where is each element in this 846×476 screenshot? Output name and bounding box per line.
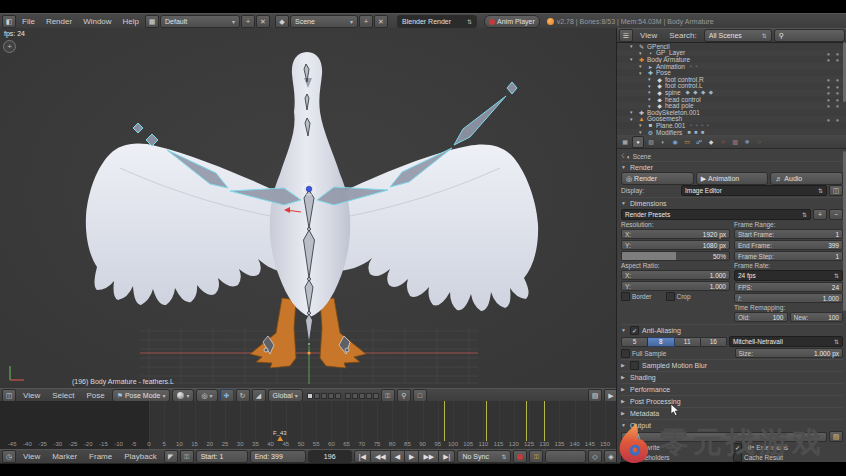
- viewport-menu-select[interactable]: Select: [47, 391, 79, 400]
- expand-icon[interactable]: ▾: [639, 63, 645, 69]
- editor-type-properties-icon[interactable]: ▦: [620, 137, 630, 147]
- aa-samples-16[interactable]: 16: [701, 337, 727, 347]
- tab-object[interactable]: ▭: [682, 137, 692, 147]
- delete-scene-button[interactable]: ✕: [374, 15, 388, 28]
- sync-mode-selector[interactable]: No Sync⇅: [457, 450, 511, 463]
- expand-icon[interactable]: ▾: [630, 116, 636, 122]
- end-frame-field[interactable]: End:399: [250, 450, 306, 463]
- editor-type-outliner-icon[interactable]: ☰: [619, 29, 633, 42]
- screen-layout-browse-icon[interactable]: ▦: [145, 15, 159, 28]
- prev-keyframe-button[interactable]: ◀◀: [371, 450, 391, 463]
- aa-samples-8[interactable]: 8: [648, 337, 674, 347]
- menu-help[interactable]: Help: [118, 17, 144, 26]
- end-frame-prop-field[interactable]: End Frame:399: [734, 240, 843, 250]
- remap-new-field[interactable]: New:100: [790, 312, 844, 322]
- tab-texture[interactable]: ▥: [730, 137, 740, 147]
- tab-data[interactable]: ◆: [706, 137, 716, 147]
- timeline-menu-marker[interactable]: Marker: [47, 452, 82, 461]
- anim-player-button[interactable]: Anim Player: [484, 15, 540, 28]
- jump-to-end-button[interactable]: ▶|: [439, 450, 455, 463]
- timeline-menu-playback[interactable]: Playback: [119, 452, 161, 461]
- border-checkbox[interactable]: [621, 292, 630, 301]
- collapsed-section-header[interactable]: ▶ Shading: [621, 371, 843, 382]
- timeline-menu-view[interactable]: View: [18, 452, 45, 461]
- expand-icon[interactable]: ▾: [639, 122, 645, 128]
- layer-toggles-2[interactable]: [345, 393, 379, 399]
- render-animation-button[interactable]: ▶Animation: [696, 172, 769, 185]
- resolution-percentage-slider[interactable]: 50%: [621, 251, 730, 261]
- expand-icon[interactable]: ▾: [648, 76, 654, 82]
- scene-browse-icon[interactable]: ◆: [275, 15, 289, 28]
- viewport-menu-view[interactable]: View: [18, 391, 45, 400]
- aa-size-field[interactable]: Size:1.000 px: [735, 348, 844, 358]
- outliner-row[interactable]: ▾ ✚ Pose: [617, 69, 846, 76]
- expand-icon[interactable]: ▾: [639, 70, 645, 76]
- add-preset-button[interactable]: +: [813, 209, 827, 220]
- outliner-row[interactable]: ▾ ◆ foot control.R ● ●: [617, 76, 846, 83]
- expand-icon[interactable]: ▾: [630, 109, 636, 115]
- aa-checkbox[interactable]: [630, 326, 639, 335]
- 3d-viewport[interactable]: fps: 24 + (196) Body Armature - feathers…: [0, 28, 616, 388]
- collapsed-section-header[interactable]: ▶ Metadata: [621, 407, 843, 418]
- crop-checkbox[interactable]: [666, 292, 675, 301]
- dimensions-section-header[interactable]: ▼Dimensions: [621, 197, 843, 208]
- render-section-header[interactable]: ▼Render: [621, 161, 843, 172]
- keying-set-field[interactable]: [545, 450, 586, 463]
- frame-step-field[interactable]: Frame Step:1: [734, 251, 843, 261]
- outliner-scope-selector[interactable]: All Scenes⇅: [704, 29, 772, 42]
- outliner-row[interactable]: ▾ ▲ Goosemesh ● ●: [617, 116, 846, 123]
- outliner-menu-search[interactable]: Search:: [664, 31, 702, 40]
- auto-keyframe-record-icon[interactable]: [513, 450, 527, 463]
- menu-window[interactable]: Window: [78, 17, 116, 26]
- aa-filter-selector[interactable]: Mitchell-Netravali⇅: [729, 336, 843, 347]
- tab-physics[interactable]: ◌: [754, 137, 764, 147]
- outliner-menu-view[interactable]: View: [635, 31, 662, 40]
- collapsed-section-header[interactable]: ▶ Sampled Motion Blur: [621, 359, 843, 370]
- collapsed-section-header[interactable]: ▶ Post Processing: [621, 395, 843, 406]
- anti-aliasing-section-header[interactable]: ▼ Anti-Aliasing: [621, 324, 843, 335]
- expand-icon[interactable]: ▾: [630, 56, 636, 62]
- outliner-row[interactable]: ▾ ✎ GPencil: [617, 43, 846, 50]
- editor-type-info-icon[interactable]: ◧: [2, 15, 16, 28]
- play-reverse-button[interactable]: ◀: [391, 450, 405, 463]
- tab-particles[interactable]: ✵: [742, 137, 752, 147]
- tab-constraints[interactable]: ☍: [694, 137, 704, 147]
- viewport-menu-pose[interactable]: Pose: [81, 391, 109, 400]
- layer-toggles[interactable]: [307, 393, 341, 399]
- outliner-row[interactable]: ▾ ◆ spine ◆ ◆ ◆ ◆ ● ●: [617, 89, 846, 96]
- full-sample-checkbox[interactable]: [621, 349, 630, 358]
- aspect-y-field[interactable]: Y:1.000: [621, 281, 730, 291]
- expand-icon[interactable]: ▾: [648, 89, 654, 95]
- next-keyframe-button[interactable]: ▶▶: [419, 450, 439, 463]
- timeline-canvas[interactable]: -45-40-35-30-25-20-15-10-505101520253035…: [0, 401, 616, 449]
- render-presets-selector[interactable]: Render Presets⇅: [621, 209, 811, 220]
- expand-icon[interactable]: ▾: [648, 103, 654, 109]
- outliner-row[interactable]: ▾ ◆ foot control.L ● ●: [617, 83, 846, 90]
- keying-set-icon[interactable]: ⚿: [529, 450, 543, 463]
- tab-render-layers[interactable]: ▧: [646, 137, 656, 147]
- expand-icon[interactable]: ▾: [648, 83, 654, 89]
- insert-keyframe-icon[interactable]: ◇: [588, 450, 602, 463]
- aspect-x-field[interactable]: X:1.000: [621, 270, 730, 280]
- render-engine-selector[interactable]: Blender Render⇅: [397, 15, 477, 28]
- timeline-marker[interactable]: F_43: [273, 430, 287, 441]
- render-button[interactable]: ◎Render: [621, 172, 694, 185]
- start-frame-field[interactable]: Start:1: [196, 450, 248, 463]
- scene-selector[interactable]: Scene▾: [290, 15, 358, 28]
- remap-old-field[interactable]: Old:100: [734, 312, 788, 322]
- screen-layout-selector[interactable]: Default▾: [160, 15, 240, 28]
- remove-preset-button[interactable]: −: [829, 209, 843, 220]
- outliner-search-input[interactable]: ⚲: [774, 29, 845, 42]
- lock-range-icon[interactable]: ⚿: [180, 450, 194, 463]
- delete-layout-button[interactable]: ✕: [256, 15, 270, 28]
- fps-field[interactable]: FPS:24: [734, 282, 843, 292]
- current-frame-field[interactable]: 196: [308, 450, 352, 463]
- play-button[interactable]: ▶: [405, 450, 419, 463]
- menu-file[interactable]: File: [17, 17, 40, 26]
- add-layout-button[interactable]: +: [241, 15, 255, 28]
- expand-icon[interactable]: ▾: [648, 96, 654, 102]
- toolshelf-expand-icon[interactable]: +: [3, 40, 16, 53]
- resolution-y-field[interactable]: Y:1080 px: [621, 240, 730, 250]
- render-audio-button[interactable]: ♬Audio: [770, 172, 843, 185]
- menu-render[interactable]: Render: [41, 17, 77, 26]
